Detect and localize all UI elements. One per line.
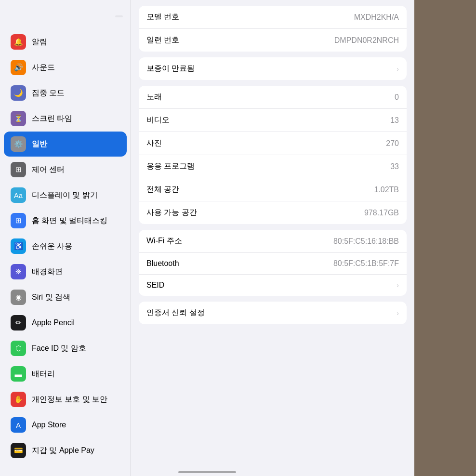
sidebar-item-sound[interactable]: 🔊사운드 [4, 55, 127, 80]
sidebar-item-faceid[interactable]: ⬡Face ID 및 암호 [4, 336, 127, 361]
section-certificate: 인증서 신뢰 설정› [139, 302, 407, 324]
row-value: › [395, 281, 399, 289]
battery-icon: ▬ [11, 366, 26, 382]
row-value: 13 [390, 116, 399, 125]
home-indicator [178, 471, 236, 473]
row-label: Bluetooth [146, 259, 179, 268]
row-label: 모델 번호 [146, 12, 179, 22]
section-device-info: 모델 번호MXDH2KH/A일련 번호DMPDN0R2NRCH [139, 6, 407, 52]
sound-label: 사운드 [32, 63, 55, 73]
sidebar: 🔔알림🔊사운드🌙집중 모드⏳스크린 타임⚙️일반⊞제어 센터Aa디스플레이 및 … [0, 0, 131, 476]
row-network-1: Bluetooth80:5F:C5:1B:5F:7F [139, 253, 407, 275]
row-value-text: 80:5F:C5:1B:5F:7F [333, 259, 399, 268]
sidebar-item-wallpaper[interactable]: ❊배경화면 [4, 259, 127, 284]
row-value: › [395, 309, 399, 317]
wallet-label: 지갑 및 Apple Pay [32, 446, 94, 456]
wallpaper-label: 배경화면 [32, 267, 63, 277]
screentime-label: 스크린 타임 [32, 114, 72, 124]
row-value: 978.17GB [364, 209, 399, 217]
row-label: 비디오 [146, 115, 170, 125]
section-network: Wi-Fi 주소80:5F:C5:16:18:BBBluetooth80:5F:… [139, 230, 407, 296]
row-device-info-0: 모델 번호MXDH2KH/A [139, 6, 407, 29]
appstore-label: App Store [32, 421, 66, 429]
sidebar-item-accessibility[interactable]: ♿손쉬운 사용 [4, 234, 127, 259]
sidebar-item-screentime[interactable]: ⏳스크린 타임 [4, 106, 127, 131]
row-label: 일련 번호 [146, 35, 179, 45]
sidebar-item-privacy[interactable]: ✋개인정보 보호 및 보안 [4, 387, 127, 412]
accessibility-icon: ♿ [11, 238, 26, 254]
sidebar-item-general[interactable]: ⚙️일반 [4, 132, 127, 157]
row-label: SEID [146, 281, 164, 290]
row-label: 사용 가능 공간 [146, 208, 197, 218]
row-value-text: 0 [395, 93, 399, 102]
row-storage-1: 비디오13 [139, 109, 407, 132]
row-label: Wi-Fi 주소 [146, 236, 182, 246]
homescreen-icon: ⊞ [11, 213, 26, 228]
sidebar-item-pencil[interactable]: ✏Apple Pencil [4, 310, 127, 335]
accessibility-label: 손쉬운 사용 [32, 241, 72, 251]
row-label: 보증이 만료됨 [146, 64, 195, 74]
sidebar-header [0, 0, 131, 29]
alarm-icon: 🔔 [11, 34, 26, 50]
screentime-icon: ⏳ [11, 111, 26, 126]
sidebar-item-homescreen[interactable]: ⊞홈 화면 및 멀티태스킹 [4, 208, 127, 233]
sidebar-item-wallet[interactable]: 💳지갑 및 Apple Pay [4, 438, 127, 463]
row-value-text: 978.17GB [364, 209, 399, 217]
sound-icon: 🔊 [11, 60, 26, 75]
row-label: 전체 공간 [146, 185, 179, 195]
general-label: 일반 [32, 139, 47, 149]
row-value: 80:5F:C5:1B:5F:7F [333, 259, 399, 268]
pencil-icon: ✏ [11, 315, 26, 331]
row-value: 0 [395, 93, 399, 102]
privacy-icon: ✋ [11, 392, 26, 407]
row-warranty-0[interactable]: 보증이 만료됨› [139, 57, 407, 80]
row-label: 사진 [146, 138, 162, 148]
row-device-info-1: 일련 번호DMPDN0R2NRCH [139, 29, 407, 52]
row-storage-2: 사진270 [139, 132, 407, 155]
sidebar-item-controlcenter[interactable]: ⊞제어 센터 [4, 157, 127, 182]
faceid-label: Face ID 및 암호 [32, 344, 86, 354]
section-storage: 노래0비디오13사진270응용 프로그램33전체 공간1.02TB사용 가능 공… [139, 86, 407, 224]
row-value-text: 80:5F:C5:16:18:BB [333, 237, 399, 246]
row-label: 인증서 신뢰 설정 [146, 308, 205, 318]
section-warranty: 보증이 만료됨› [139, 57, 407, 80]
row-storage-5: 사용 가능 공간978.17GB [139, 201, 407, 224]
row-value-text: DMPDN0R2NRCH [334, 36, 399, 45]
row-label: 노래 [146, 92, 162, 102]
sidebar-item-battery[interactable]: ▬배터리 [4, 361, 127, 386]
row-value-text: 270 [386, 139, 399, 148]
sidebar-item-alarm[interactable]: 🔔알림 [4, 29, 127, 54]
row-storage-4: 전체 공간1.02TB [139, 178, 407, 201]
sidebar-list: 🔔알림🔊사운드🌙집중 모드⏳스크린 타임⚙️일반⊞제어 센터Aa디스플레이 및 … [0, 29, 131, 476]
row-value: 33 [390, 162, 399, 171]
sidebar-item-siri[interactable]: ◉Siri 및 검색 [4, 285, 127, 310]
alarm-label: 알림 [32, 37, 47, 47]
siri-label: Siri 및 검색 [32, 292, 70, 303]
main-content: 모델 번호MXDH2KH/A일련 번호DMPDN0R2NRCH보증이 만료됨›노… [131, 0, 414, 476]
focus-icon: 🌙 [11, 85, 26, 101]
sidebar-item-display[interactable]: Aa디스플레이 및 밝기 [4, 183, 127, 208]
chevron-icon: › [397, 281, 399, 289]
homescreen-label: 홈 화면 및 멀티태스킹 [32, 216, 107, 226]
chevron-icon: › [397, 309, 399, 317]
row-value: MXDH2KH/A [354, 13, 399, 22]
wallpaper-icon: ❊ [11, 264, 26, 279]
general-icon: ⚙️ [11, 136, 26, 152]
row-network-2[interactable]: SEID› [139, 275, 407, 296]
row-network-0: Wi-Fi 주소80:5F:C5:16:18:BB [139, 230, 407, 253]
chevron-icon: › [397, 65, 399, 73]
row-value-text: 1.02TB [374, 185, 399, 194]
row-storage-3: 응용 프로그램33 [139, 155, 407, 178]
row-value-text: MXDH2KH/A [354, 13, 399, 22]
focus-label: 집중 모드 [32, 88, 65, 98]
row-value-text: 33 [390, 162, 399, 171]
row-certificate-0[interactable]: 인증서 신뢰 설정› [139, 302, 407, 324]
sidebar-badge [115, 15, 123, 17]
sidebar-item-focus[interactable]: 🌙집중 모드 [4, 80, 127, 106]
row-value: 80:5F:C5:16:18:BB [333, 237, 399, 246]
display-label: 디스플레이 및 밝기 [32, 190, 98, 200]
row-value-text: 13 [390, 116, 399, 125]
row-value: › [395, 65, 399, 73]
background-texture [414, 0, 476, 476]
sidebar-item-appstore[interactable]: AApp Store [4, 412, 127, 437]
